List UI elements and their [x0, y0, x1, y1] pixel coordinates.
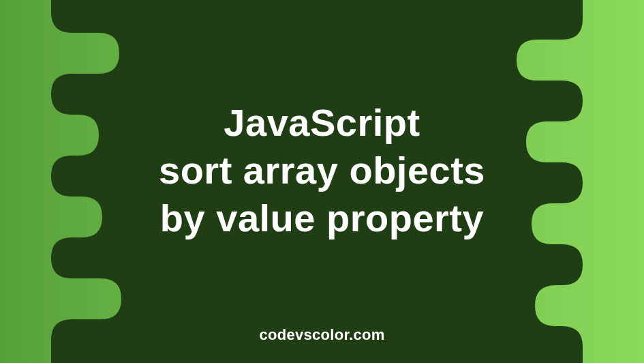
title-line-1: JavaScript: [0, 99, 644, 147]
title-line-3: by value property: [0, 194, 644, 242]
banner-title: JavaScript sort array objects by value p…: [0, 99, 644, 242]
hero-banner: JavaScript sort array objects by value p…: [0, 0, 644, 363]
title-line-2: sort array objects: [0, 147, 644, 194]
credit-text: codevscolor.com: [0, 326, 644, 344]
